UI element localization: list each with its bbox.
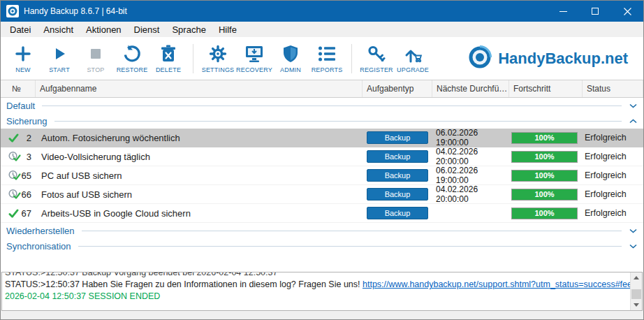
task-id: 66 <box>22 189 36 200</box>
progress-bar: 100% <box>511 208 578 219</box>
task-status: Erfolgreich <box>583 133 643 143</box>
start-button[interactable]: START <box>41 39 78 78</box>
menu-datei[interactable]: Datei <box>3 23 37 36</box>
trash-icon <box>160 44 177 64</box>
brand-logo: HandyBackup.net <box>468 39 641 78</box>
close-button[interactable] <box>611 1 643 22</box>
minimize-icon <box>559 8 567 15</box>
window-title: Handy Backup 8.6.7 | 64-bit <box>24 6 127 16</box>
task-next-run: 06.02.2026 19:00:00 <box>432 128 509 147</box>
group-label: Sicherung <box>6 116 47 126</box>
register-button[interactable]: REGISTER <box>358 39 395 78</box>
table-row[interactable]: 65 PC auf USB sichern Backup 06.02.2026 … <box>1 166 643 185</box>
gear-icon <box>209 44 227 64</box>
group-divider <box>54 121 622 122</box>
success-check-icon <box>8 209 22 218</box>
group-label: Default <box>6 101 35 111</box>
task-next-run: 04.02.2026 20:00:00 <box>432 147 509 166</box>
table-row[interactable]: 2 Autom. Fotosicherung wöchentlich Backu… <box>1 129 643 147</box>
key-icon <box>367 44 386 64</box>
progress-value: 100% <box>512 133 577 143</box>
group-row-synchronisation[interactable]: Synchronisation <box>1 238 643 254</box>
status-strip <box>1 311 643 319</box>
log-line: STATUS:>12:50:37 Haben Sie Fragen zu den… <box>5 279 638 291</box>
progress-bar: 100% <box>511 132 578 144</box>
table-header: № Aufgabenname Aufgabentyp Nächste Durch… <box>1 80 643 98</box>
menu-aktionen[interactable]: Aktionen <box>80 23 128 36</box>
play-icon <box>51 44 68 64</box>
menu-hilfe[interactable]: Hilfe <box>212 23 243 36</box>
task-type-button[interactable]: Backup <box>367 169 428 182</box>
scroll-up-icon[interactable] <box>631 272 642 283</box>
task-name: PC auf USB sichern <box>36 170 363 181</box>
progress-value: 100% <box>512 189 577 200</box>
menu-ansicht[interactable]: Ansicht <box>37 23 80 36</box>
menu-dienst[interactable]: Dienst <box>128 23 166 36</box>
upgrade-button[interactable]: UPGRADE <box>395 39 431 78</box>
chevron-down-icon[interactable] <box>628 228 638 233</box>
stop-button[interactable]: STOP <box>78 39 114 78</box>
chevron-down-icon[interactable] <box>628 244 638 249</box>
titlebar: Handy Backup 8.6.7 | 64-bit <box>1 1 643 22</box>
table-row[interactable]: 3 Video-Vollsicherung täglich Backup 04.… <box>1 147 643 166</box>
toolbar: NEW START STOP RESTORE DELETE <box>1 37 643 80</box>
maximize-icon <box>592 8 599 15</box>
restore-button[interactable]: RESTORE <box>114 39 150 78</box>
log-line-text: STATUS:>12:50:37 Haben Sie Fragen zu den… <box>5 279 363 289</box>
group-divider <box>82 231 622 231</box>
column-header-next[interactable]: Nächste Durchfü… <box>432 80 509 97</box>
admin-button[interactable]: ADMIN <box>272 39 309 78</box>
upgrade-cart-icon <box>404 44 422 64</box>
column-header-num[interactable]: № <box>1 80 36 97</box>
task-id: 3 <box>22 152 36 162</box>
task-type-button[interactable]: Backup <box>367 207 428 219</box>
task-next-run: 04.02.2026 20:00:00 <box>432 184 509 204</box>
handybackup-logo-icon <box>468 45 492 72</box>
task-status: Erfolgreich <box>583 208 643 218</box>
recovery-button[interactable]: RECOVERY <box>236 39 272 78</box>
scroll-down-icon[interactable] <box>631 300 642 310</box>
plus-icon <box>15 44 31 64</box>
group-row-default[interactable]: Default <box>1 98 643 113</box>
log-line: STATUS:>12:50:37 Backup Vorgang beendet … <box>5 272 638 279</box>
new-button[interactable]: NEW <box>5 39 41 78</box>
column-header-type[interactable]: Aufgabentyp <box>363 80 432 97</box>
log-panel[interactable]: STATUS:>12:50:37 Backup Vorgang beendet … <box>1 272 643 311</box>
task-type-button[interactable]: Backup <box>367 188 428 201</box>
menu-sprache[interactable]: Sprache <box>166 23 212 36</box>
reports-button[interactable]: REPORTS <box>309 39 345 78</box>
task-table: Default Sicherung 2 Autom. Fotosicherung… <box>1 98 643 272</box>
success-check-icon <box>8 133 22 143</box>
clock-check-icon <box>8 151 22 162</box>
support-link[interactable]: https://www.handybackup.net/support.shtm… <box>363 279 643 289</box>
task-type-button[interactable]: Backup <box>367 150 428 163</box>
progress-value: 100% <box>512 170 577 181</box>
shield-icon <box>282 44 299 64</box>
column-header-name[interactable]: Aufgabenname <box>36 80 363 97</box>
progress-bar: 100% <box>511 170 578 182</box>
delete-button[interactable]: DELETE <box>150 39 186 78</box>
group-row-sicherung[interactable]: Sicherung <box>1 113 643 129</box>
chevron-up-icon[interactable] <box>628 119 638 124</box>
task-name: Autom. Fotosicherung wöchentlich <box>36 133 363 143</box>
maximize-button[interactable] <box>579 1 611 22</box>
clock-check-icon <box>8 189 22 200</box>
chevron-down-icon[interactable] <box>628 103 638 108</box>
app-icon <box>6 5 19 17</box>
group-label: Synchronisation <box>6 241 71 252</box>
scrollbar-thumb[interactable] <box>631 289 641 299</box>
column-header-progress[interactable]: Fortschritt <box>509 80 583 97</box>
task-type-button[interactable]: Backup <box>367 131 428 144</box>
minimize-button[interactable] <box>547 1 579 22</box>
column-header-status[interactable]: Status <box>583 80 643 97</box>
table-row[interactable]: 67 Arbeits-USB in Google Cloud sichern B… <box>1 204 643 223</box>
table-row[interactable]: 66 Fotos auf USB sichern Backup 04.02.20… <box>1 185 643 204</box>
brand-logo-text: HandyBackup.net <box>498 50 628 68</box>
log-scrollbar[interactable] <box>630 272 642 310</box>
settings-button[interactable]: SETTINGS <box>200 39 236 78</box>
list-icon <box>318 44 336 64</box>
progress-value: 100% <box>512 208 577 219</box>
group-label: Wiederherstellen <box>6 226 75 236</box>
group-row-wiederherstellen[interactable]: Wiederherstellen <box>1 223 643 238</box>
task-id: 65 <box>22 170 36 181</box>
